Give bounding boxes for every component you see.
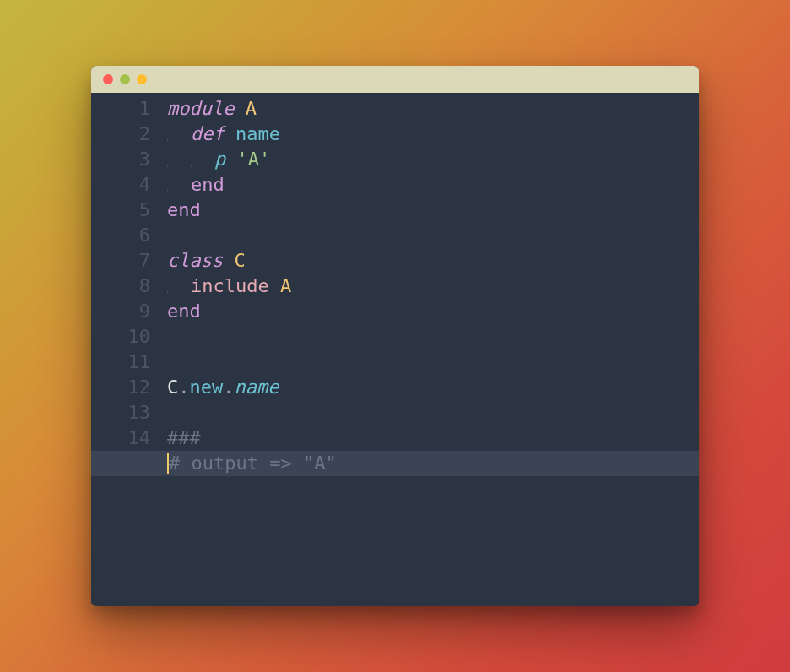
string-literal: 'A'	[237, 149, 271, 170]
editor-window: 1 2 3 4 5 6 7 8 9 10 11 12 13 14 15 modu…	[91, 66, 699, 606]
keyword: include	[191, 275, 269, 296]
code-line[interactable]: class C	[167, 248, 699, 274]
line-number: 8	[91, 274, 150, 299]
keyword: end	[167, 301, 201, 322]
code-line[interactable]: end	[167, 198, 699, 223]
comment: # output => "A"	[169, 453, 337, 474]
line-number: 11	[91, 350, 150, 375]
code-line[interactable]: def name	[167, 122, 699, 147]
keyword: module	[167, 98, 234, 119]
punct: .	[178, 377, 189, 398]
line-number: 7	[91, 248, 150, 274]
module-ref: A	[280, 275, 291, 296]
cursor-icon	[167, 453, 169, 474]
line-number: 13	[91, 400, 150, 425]
line-number: 1	[91, 96, 150, 122]
code-line[interactable]: ###	[167, 425, 699, 451]
method-call: new	[190, 377, 224, 398]
line-number: 5	[91, 198, 150, 223]
method-call: p	[214, 149, 225, 170]
titlebar	[91, 66, 699, 93]
code-line[interactable]	[167, 400, 699, 425]
code-line[interactable]	[167, 350, 699, 375]
code-line[interactable]	[167, 324, 699, 350]
code-line[interactable]: end	[167, 172, 699, 198]
keyword: end	[167, 199, 201, 220]
method-name: name	[235, 123, 280, 144]
line-number: 12	[91, 375, 150, 400]
code-area[interactable]: module A def name p 'A' end end class C …	[167, 96, 699, 606]
method-call: name	[235, 377, 279, 398]
line-number: 2	[91, 122, 150, 147]
code-line[interactable]: # output => "A"	[167, 451, 699, 476]
code-line[interactable]: module A	[167, 96, 699, 122]
code-line[interactable]	[167, 223, 699, 248]
class-name: C	[234, 250, 245, 271]
punct: .	[223, 377, 234, 398]
minimize-icon[interactable]	[120, 74, 130, 84]
line-number: 6	[91, 223, 150, 248]
line-number: 14	[91, 425, 150, 451]
identifier: C	[167, 377, 178, 398]
zoom-icon[interactable]	[137, 74, 147, 84]
line-number: 10	[91, 324, 150, 350]
code-editor[interactable]: 1 2 3 4 5 6 7 8 9 10 11 12 13 14 15 modu…	[91, 93, 699, 606]
code-line[interactable]: end	[167, 299, 699, 324]
line-gutter: 1 2 3 4 5 6 7 8 9 10 11 12 13 14 15	[91, 96, 167, 606]
keyword: def	[191, 123, 225, 144]
code-line[interactable]: C.new.name	[167, 375, 699, 400]
close-icon[interactable]	[103, 74, 113, 84]
code-line[interactable]: p 'A'	[167, 147, 699, 172]
comment: ###	[167, 427, 201, 448]
keyword: class	[167, 250, 223, 271]
line-number: 4	[91, 172, 150, 198]
code-line[interactable]: include A	[167, 274, 699, 299]
module-name: A	[246, 98, 257, 119]
line-number: 9	[91, 299, 150, 324]
keyword: end	[191, 174, 225, 195]
line-number: 3	[91, 147, 150, 172]
